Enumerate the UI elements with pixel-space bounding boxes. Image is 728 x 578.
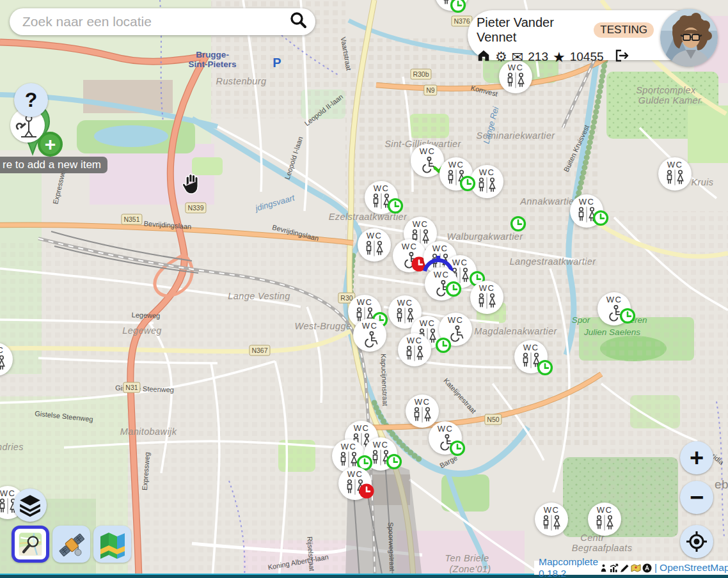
marker-label: WC	[448, 160, 464, 169]
search-bar	[10, 8, 315, 35]
wc-marker-toilets[interactable]: WC	[439, 157, 473, 191]
geolocate-button[interactable]	[680, 525, 713, 558]
edit-pencil-icon	[620, 563, 629, 573]
marker-label: WC	[438, 425, 454, 433]
background-style-row	[12, 526, 131, 563]
wc-marker-toilets[interactable]: WC	[514, 340, 548, 373]
wc-marker-toilets[interactable]: WC	[588, 503, 621, 536]
wc-marker-wheelchair[interactable]: WC	[393, 239, 426, 272]
wc-marker-toilets[interactable]: WC	[470, 165, 503, 198]
app-version[interactable]: Mapcomplete 0.18.2	[539, 556, 598, 578]
settings-gear-icon[interactable]: ⚙	[495, 49, 507, 65]
zoom-in-button[interactable]: +	[680, 441, 713, 474]
add-plus-icon[interactable]: +	[38, 132, 63, 157]
marker-label: WC	[523, 343, 539, 352]
marker-label: WC	[420, 147, 436, 155]
attribution-separator: |	[654, 562, 657, 574]
marker-label: WC	[413, 220, 429, 228]
marker-label: WC	[374, 184, 390, 192]
marker-label: WC	[347, 470, 363, 478]
map-marker-layer: WCWCWCWCWCWCWCWCWCWCWCWCWCWCWCWCWCWCWCWC…	[0, 0, 728, 578]
statistics-icon	[609, 563, 619, 573]
changesets-count: 10455	[570, 50, 604, 64]
marker-label: WC	[397, 299, 413, 307]
home-icon[interactable]	[477, 49, 491, 65]
changesets-star-icon: ★	[553, 49, 566, 65]
zoom-out-button[interactable]: −	[680, 481, 713, 514]
wc-marker-toilets[interactable]: WC	[358, 228, 391, 262]
wc-marker-toilets[interactable]: WC	[535, 503, 568, 536]
marker-label: WC	[373, 441, 389, 449]
wc-marker-toilets[interactable]: WC	[0, 343, 13, 376]
marker-label: WC	[362, 322, 378, 330]
marker-label: WC	[367, 231, 383, 240]
wc-marker-wheelchair[interactable]: WC	[597, 292, 631, 325]
attribution-bar: Mapcomplete 0.18.2 | OpenStreetMap	[534, 561, 728, 575]
style-satellite-button[interactable]	[52, 526, 90, 563]
marker-label: WC	[420, 319, 436, 327]
layers-button[interactable]	[13, 488, 47, 522]
mapcomplete-app: Brugge-Sint-PietersRustenburgSint-Gillis…	[0, 0, 728, 578]
messages-count: 213	[528, 50, 548, 64]
hand-cursor-icon	[181, 171, 202, 198]
wc-marker-toilets[interactable]: WC	[406, 394, 439, 428]
messages-envelope-icon[interactable]: ✉	[512, 49, 523, 65]
marker-label: WC	[479, 284, 495, 292]
add-item-tooltip: re to add a new item	[0, 157, 107, 173]
marker-label: WC	[452, 258, 468, 267]
marker-label: WC	[479, 168, 495, 176]
community-icon	[642, 563, 652, 573]
marker-label: WC	[667, 160, 683, 169]
wc-marker-wheelchair[interactable]: WC	[439, 313, 472, 346]
wc-marker-toilets[interactable]: WC	[338, 467, 372, 500]
marker-label: WC	[357, 298, 373, 306]
wc-marker-wheelchair[interactable]: WC	[353, 318, 386, 352]
wc-marker-wheelchair[interactable]: WC	[429, 421, 462, 455]
marker-label: WC	[434, 270, 450, 279]
wc-marker-toilets[interactable]: WC	[365, 181, 398, 214]
osm-attribution-link[interactable]: OpenStreetMap	[660, 562, 728, 574]
wc-marker-toilets[interactable]: WC	[658, 157, 692, 191]
marker-label: WC	[606, 295, 622, 304]
user-name: Pieter Vander Vennet	[477, 15, 589, 45]
open-clock-badge-icon	[510, 215, 526, 235]
wc-marker-toilets[interactable]: WC	[570, 194, 603, 228]
search-icon[interactable]	[289, 11, 308, 33]
marker-label: WC	[341, 442, 357, 451]
marker-label: WC	[0, 346, 4, 354]
marker-label: WC	[579, 198, 595, 206]
marker-label: WC	[407, 336, 423, 345]
marker-label: WC	[432, 244, 448, 253]
style-osm-carto-button[interactable]	[12, 526, 49, 563]
style-map-button[interactable]	[93, 526, 131, 563]
help-button[interactable]: ?	[14, 83, 48, 117]
marker-label: WC	[597, 506, 613, 514]
marker-label: WC	[544, 506, 560, 514]
wc-marker-toilets[interactable]: WC	[470, 281, 503, 314]
logout-icon[interactable]	[613, 48, 630, 66]
testing-badge: TESTING	[594, 22, 654, 38]
wc-marker-toilets[interactable]: WC	[364, 437, 397, 471]
wc-marker-toilets[interactable]: WC	[398, 333, 431, 366]
wc-marker-wheelchair[interactable]: WC	[425, 267, 458, 301]
marker-label: WC	[402, 242, 418, 251]
wc-marker-toilets[interactable]: WC	[435, 0, 468, 11]
avatar[interactable]	[660, 9, 718, 66]
marker-label: WC	[0, 489, 15, 497]
user-stat-icon	[599, 563, 608, 573]
marker-label: WC	[415, 398, 431, 406]
marker-label: WC	[354, 424, 370, 432]
search-input[interactable]	[21, 13, 289, 30]
map-contributions-icon	[631, 563, 641, 573]
marker-label: WC	[448, 316, 464, 324]
